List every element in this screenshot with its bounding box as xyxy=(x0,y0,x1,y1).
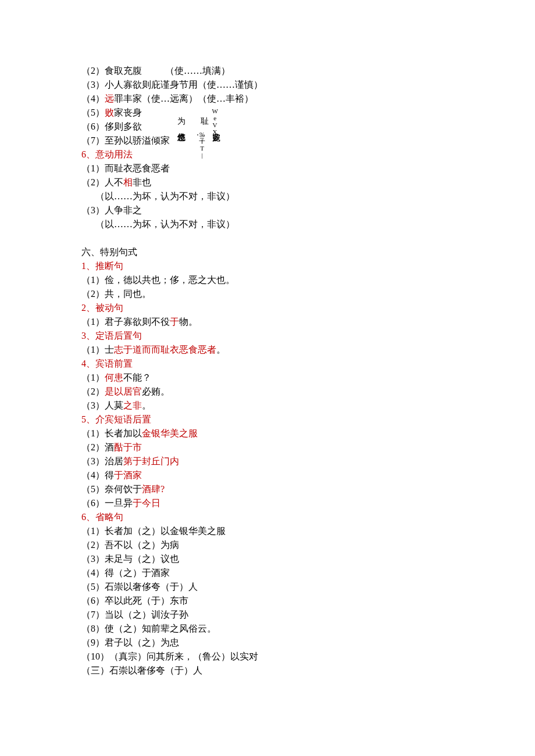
item-line: （4）得于酒家 xyxy=(81,468,535,482)
gloss-line: （以……为坏，认为不对，非议） xyxy=(81,189,535,203)
item-line: （5）败家丧身 xyxy=(81,106,535,120)
item-line: （1）而耻衣恶食恶者 xyxy=(81,162,535,175)
subsection-heading: 6、省略句 xyxy=(81,510,535,524)
vertical-col: 三%fT| xyxy=(197,131,207,159)
item-line: （5）石崇以奢侈夸（于）人 xyxy=(81,580,535,594)
vertical-annotation: WeVXu xyxy=(209,108,220,142)
gloss-line: （以……为坏，认为不对，非议） xyxy=(81,217,535,231)
item-line: （7）当以（之）训汝子孙 xyxy=(81,608,535,622)
item-line: （2）吾不以（之）为病 xyxy=(81,538,535,552)
section-heading: 六、特别句式 xyxy=(81,245,535,259)
item-line: （2）共，同也。 xyxy=(81,287,535,301)
subsection-heading: 3、定语后置句 xyxy=(81,329,535,343)
item-line: （2）食取充腹 （使……填满） xyxy=(81,64,535,78)
vertical-col: WeVXu xyxy=(209,108,220,142)
item-line: （9）君子以（之）为忠 xyxy=(81,636,535,650)
item-line: （6）卒以此死（于）东市 xyxy=(81,594,535,608)
item-line: （1）君子寡欲则不役于物。 xyxy=(81,315,535,329)
subsection-heading: 2、被动句 xyxy=(81,301,535,315)
item-line: （三）石崇以奢侈夸（于）人 xyxy=(81,664,535,678)
item-line: （6）侈则多欲 xyxy=(81,120,535,134)
item-line: （4）得（之）于酒家 xyxy=(81,566,535,580)
item-line: （2）酒酤于市 xyxy=(81,440,535,454)
item-line: （3）人莫之非。 xyxy=(81,399,535,413)
item-line: （3）小人寡欲则庇谨身节用（使……谨慎） xyxy=(81,78,535,92)
item-line: （2）人不相非也 xyxy=(81,175,535,189)
item-line: （1）俭，德以共也；侈，恶之大也。 xyxy=(81,273,535,287)
item-line: （5）奈何饮于酒肆? xyxy=(81,482,535,496)
item-line: （2）是以居官必贿。 xyxy=(81,385,535,399)
item-line: （1）长者加（之）以金银华美之服 xyxy=(81,524,535,538)
item-line: （1）长者加以金银华美之服 xyxy=(81,427,535,440)
vertical-annotation: 三%fT| xyxy=(197,131,207,159)
item-line: （3）治居第于封丘门内 xyxy=(81,454,535,468)
subsection-heading: 5、介宾短语后置 xyxy=(81,413,535,427)
item-line: （3）未足与（之）议也 xyxy=(81,552,535,566)
item-line: （6）一旦异于今日 xyxy=(81,496,535,510)
item-line: （3）人争非之 xyxy=(81,203,535,217)
page-container: （2）食取充腹 （使……填满） （3）小人寡欲则庇谨身节用（使……谨慎） （4）… xyxy=(0,0,535,756)
item-line: （10）（真宗）问其所来，（鲁公）以实对 xyxy=(81,650,535,664)
item-line: （1）士志于道而而耻衣恶食恶者。 xyxy=(81,343,535,357)
item-line: （4）远罪丰家（使…远离）（使…丰裕） xyxy=(81,92,535,106)
item-line: （1）何患不能？ xyxy=(81,371,535,385)
item-line: （8）使（之）知前辈之风俗云。 xyxy=(81,622,535,636)
blank-line xyxy=(81,231,535,245)
subsection-heading: 4、宾语前置 xyxy=(81,357,535,371)
item-line: （7）至孙以骄溢倾家 xyxy=(81,134,535,148)
section-heading: 6、意动用法 xyxy=(81,148,535,162)
subsection-heading: 1、推断句 xyxy=(81,259,535,273)
